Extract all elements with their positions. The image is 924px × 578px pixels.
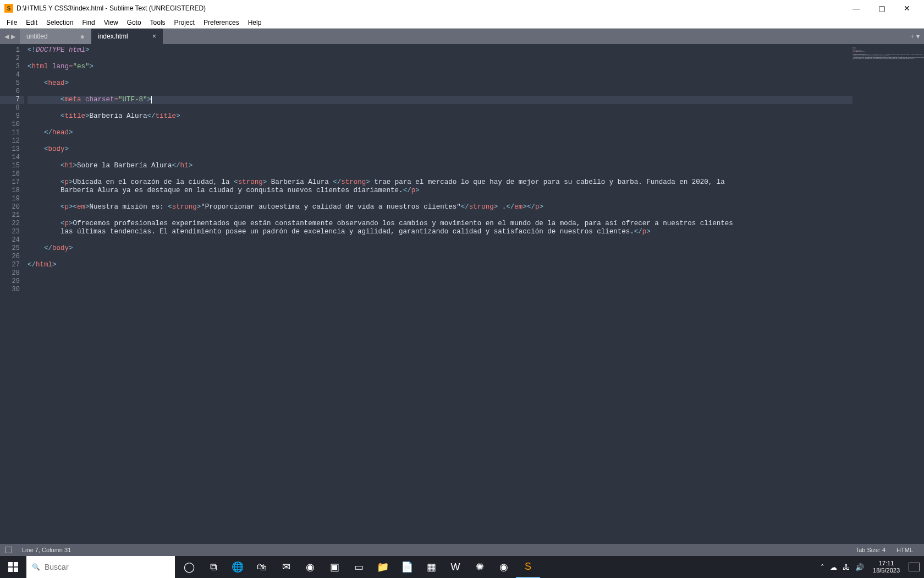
system-tray: ˄ ☁ 🖧 🔊 17:11 18/5/2023: [816, 560, 924, 574]
svg-rect-1: [14, 562, 18, 566]
tab-nav-forward-icon[interactable]: ▶: [10, 33, 16, 40]
tray-notifications-icon[interactable]: [909, 563, 920, 571]
menu-goto[interactable]: Goto: [123, 18, 146, 28]
close-button[interactable]: ✕: [894, 0, 920, 17]
taskbar-app-chrome[interactable]: ◉: [298, 556, 322, 578]
tray-volume-icon[interactable]: 🔊: [855, 563, 864, 571]
menu-project[interactable]: Project: [170, 18, 199, 28]
editor-area[interactable]: 1234567891011121314151617181920212223242…: [0, 44, 924, 544]
status-cursor-position[interactable]: Line 7, Column 31: [16, 547, 76, 553]
tray-clock[interactable]: 17:11 18/5/2023: [870, 560, 903, 574]
maximize-button[interactable]: ▢: [869, 0, 894, 17]
tray-onedrive-icon[interactable]: ☁: [830, 563, 837, 571]
svg-rect-0: [8, 562, 13, 566]
taskbar-app-word[interactable]: W: [443, 556, 468, 578]
cortana-icon[interactable]: ◯: [177, 556, 201, 578]
window-titlebar: S D:\HTML5 Y CSS3\index.html - Sublime T…: [0, 0, 924, 17]
tray-time: 17:11: [873, 560, 900, 567]
search-input[interactable]: [45, 563, 169, 571]
menu-bar: File Edit Selection Find View Goto Tools…: [0, 17, 924, 29]
menu-edit[interactable]: Edit: [21, 18, 42, 28]
status-bar: Line 7, Column 31 Tab Size: 4 HTML: [0, 544, 924, 556]
taskbar-app-chrome2[interactable]: ◉: [492, 556, 516, 578]
tab-dropdown-icon[interactable]: ▾: [916, 32, 920, 40]
new-tab-icon[interactable]: +: [910, 32, 914, 40]
tab-dirty-indicator-icon: ●: [80, 32, 85, 41]
line-number-gutter: 1234567891011121314151617181920212223242…: [0, 44, 24, 544]
tray-date: 18/5/2023: [873, 567, 900, 574]
taskbar-app-notepad[interactable]: 📄: [395, 556, 419, 578]
tab-label: index.html: [98, 32, 147, 40]
menu-help[interactable]: Help: [244, 18, 266, 28]
svg-rect-3: [14, 568, 18, 572]
app-icon: S: [4, 4, 13, 13]
menu-view[interactable]: View: [100, 18, 123, 28]
code-content[interactable]: <!DOCTYPE html><html lang="es"> <head> <…: [24, 44, 924, 544]
status-language[interactable]: HTML: [891, 547, 919, 553]
taskbar-app-edge[interactable]: 🌐: [226, 556, 250, 578]
tray-network-icon[interactable]: 🖧: [843, 563, 850, 571]
menu-tools[interactable]: Tools: [146, 18, 170, 28]
status-panel-icon[interactable]: [6, 547, 12, 553]
task-view-icon[interactable]: ⧉: [201, 556, 226, 578]
tab-index-html[interactable]: index.html ×: [91, 29, 163, 44]
minimize-button[interactable]: —: [844, 0, 869, 17]
taskbar-app-mail[interactable]: ✉: [274, 556, 298, 578]
taskbar-app-store[interactable]: 🛍: [250, 556, 274, 578]
taskbar-app-excel[interactable]: ▦: [419, 556, 443, 578]
tab-untitled[interactable]: untitled ●: [20, 29, 91, 44]
menu-file[interactable]: File: [2, 18, 21, 28]
taskbar-app-sublime[interactable]: S: [516, 556, 540, 578]
taskbar-app-generic2[interactable]: ▭: [346, 556, 371, 578]
status-tab-size[interactable]: Tab Size: 4: [850, 547, 891, 553]
tab-close-icon[interactable]: ×: [152, 32, 156, 40]
tray-chevron-up-icon[interactable]: ˄: [821, 563, 824, 571]
minimap[interactable]: <!DOCTYPE html><html lang="es"> <head> <…: [853, 44, 924, 544]
taskbar-search[interactable]: 🔍: [26, 556, 175, 578]
windows-taskbar: 🔍 ◯ ⧉ 🌐 🛍 ✉ ◉ ▣ ▭ 📁 📄 ▦ W ✺ ◉ S ˄ ☁ 🖧 🔊 …: [0, 556, 924, 578]
menu-selection[interactable]: Selection: [42, 18, 78, 28]
search-icon: 🔍: [32, 563, 40, 571]
windows-logo-icon: [8, 562, 18, 572]
menu-find[interactable]: Find: [78, 18, 99, 28]
tab-label: untitled: [26, 32, 76, 40]
window-title: D:\HTML5 Y CSS3\index.html - Sublime Tex…: [16, 4, 844, 12]
svg-rect-2: [8, 568, 13, 572]
menu-preferences[interactable]: Preferences: [199, 18, 244, 28]
taskbar-app-explorer[interactable]: 📁: [371, 556, 395, 578]
start-button[interactable]: [0, 556, 26, 578]
taskbar-app-xampp[interactable]: ✺: [468, 556, 492, 578]
tab-bar: ◀ ▶ untitled ● index.html × + ▾: [0, 29, 924, 44]
taskbar-app-generic1[interactable]: ▣: [322, 556, 346, 578]
tab-nav-back-icon[interactable]: ◀: [3, 33, 10, 40]
